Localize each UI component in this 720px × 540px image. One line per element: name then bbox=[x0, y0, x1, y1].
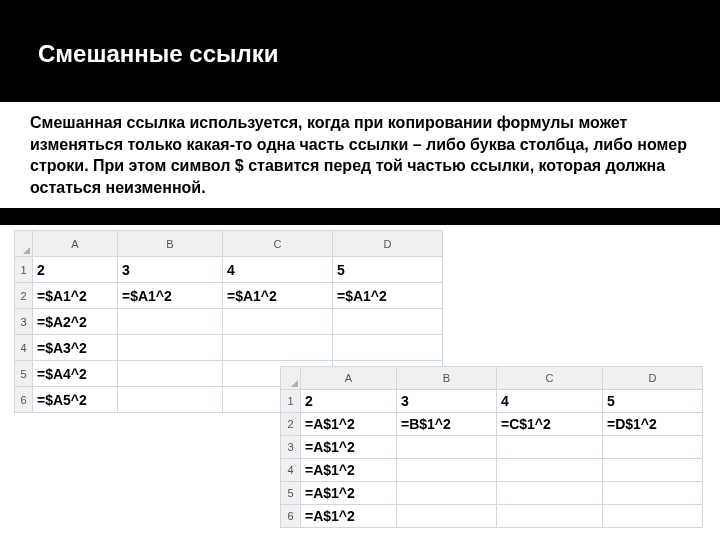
row-header[interactable]: 3 bbox=[281, 436, 301, 459]
cell[interactable]: =A$1^2 bbox=[301, 482, 397, 505]
cell[interactable]: =$A1^2 bbox=[33, 283, 118, 309]
cell[interactable] bbox=[333, 309, 443, 335]
cell[interactable]: =$A3^2 bbox=[33, 335, 118, 361]
row-header[interactable]: 5 bbox=[281, 482, 301, 505]
cell[interactable] bbox=[118, 361, 223, 387]
cell[interactable]: 3 bbox=[397, 390, 497, 413]
cell[interactable]: 5 bbox=[603, 390, 703, 413]
col-header[interactable]: C bbox=[223, 231, 333, 257]
cell[interactable]: 2 bbox=[301, 390, 397, 413]
cell[interactable]: =$A1^2 bbox=[118, 283, 223, 309]
row-header[interactable]: 3 bbox=[15, 309, 33, 335]
row-header[interactable]: 1 bbox=[281, 390, 301, 413]
cell[interactable] bbox=[118, 335, 223, 361]
cell[interactable] bbox=[497, 436, 603, 459]
cell[interactable] bbox=[397, 459, 497, 482]
cell[interactable] bbox=[223, 335, 333, 361]
cell[interactable]: =B$1^2 bbox=[397, 413, 497, 436]
cell[interactable] bbox=[223, 309, 333, 335]
col-header[interactable]: B bbox=[397, 367, 497, 390]
cell[interactable]: 5 bbox=[333, 257, 443, 283]
row-header[interactable]: 4 bbox=[281, 459, 301, 482]
col-header[interactable]: D bbox=[333, 231, 443, 257]
cell[interactable] bbox=[497, 482, 603, 505]
select-all-corner[interactable] bbox=[15, 231, 33, 257]
cell[interactable]: =$A5^2 bbox=[33, 387, 118, 413]
cell[interactable]: 3 bbox=[118, 257, 223, 283]
col-header[interactable]: A bbox=[33, 231, 118, 257]
row-header[interactable]: 1 bbox=[15, 257, 33, 283]
row-header[interactable]: 5 bbox=[15, 361, 33, 387]
cell[interactable]: =$A1^2 bbox=[223, 283, 333, 309]
row-header[interactable]: 6 bbox=[15, 387, 33, 413]
cell[interactable] bbox=[497, 459, 603, 482]
row-header[interactable]: 6 bbox=[281, 505, 301, 528]
cell[interactable] bbox=[603, 505, 703, 528]
cell[interactable] bbox=[118, 309, 223, 335]
cell[interactable]: =A$1^2 bbox=[301, 505, 397, 528]
cell[interactable] bbox=[397, 436, 497, 459]
row-header[interactable]: 4 bbox=[15, 335, 33, 361]
cell[interactable]: 4 bbox=[497, 390, 603, 413]
cell[interactable] bbox=[333, 335, 443, 361]
cell[interactable]: =$A1^2 bbox=[333, 283, 443, 309]
cell[interactable] bbox=[603, 459, 703, 482]
cell[interactable]: =A$1^2 bbox=[301, 436, 397, 459]
cell[interactable]: =D$1^2 bbox=[603, 413, 703, 436]
col-header[interactable]: C bbox=[497, 367, 603, 390]
col-header[interactable]: A bbox=[301, 367, 397, 390]
row-header[interactable]: 2 bbox=[15, 283, 33, 309]
cell[interactable] bbox=[397, 505, 497, 528]
cell[interactable]: 4 bbox=[223, 257, 333, 283]
cell[interactable] bbox=[497, 505, 603, 528]
cell[interactable]: =$A2^2 bbox=[33, 309, 118, 335]
cell[interactable] bbox=[603, 436, 703, 459]
col-header[interactable]: B bbox=[118, 231, 223, 257]
cell[interactable]: =$A4^2 bbox=[33, 361, 118, 387]
select-all-corner[interactable] bbox=[281, 367, 301, 390]
cell[interactable]: =A$1^2 bbox=[301, 413, 397, 436]
cell[interactable]: 2 bbox=[33, 257, 118, 283]
spreadsheet-2: A B C D 12345 2=A$1^2=B$1^2=C$1^2=D$1^2 … bbox=[280, 366, 703, 528]
cell[interactable]: =C$1^2 bbox=[497, 413, 603, 436]
slide-description: Смешанная ссылка используется, когда при… bbox=[0, 102, 720, 208]
slide-title: Смешанные ссылки bbox=[0, 0, 720, 68]
cell[interactable] bbox=[118, 387, 223, 413]
cell[interactable]: =A$1^2 bbox=[301, 459, 397, 482]
cell[interactable] bbox=[397, 482, 497, 505]
row-header[interactable]: 2 bbox=[281, 413, 301, 436]
col-header[interactable]: D bbox=[603, 367, 703, 390]
cell[interactable] bbox=[603, 482, 703, 505]
